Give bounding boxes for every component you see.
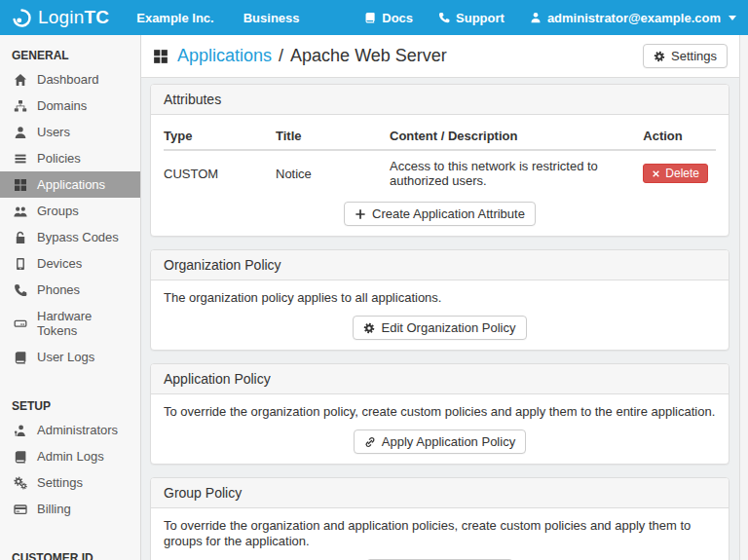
attributes-panel: Attributes TypeTitleContent / Descriptio…: [150, 84, 729, 237]
unlock-icon: [13, 231, 28, 244]
cell-title: Notice: [276, 150, 390, 194]
sidebar-item-label: Policies: [37, 151, 81, 166]
logintc-admin-app: LoginTC Example Inc.Business DocsSupport…: [0, 0, 748, 560]
apply-application-policy-button[interactable]: Apply Application Policy: [354, 429, 526, 454]
grid-icon: [13, 178, 28, 192]
application-policy-panel: Application Policy To override the organ…: [150, 363, 729, 465]
list-icon: [13, 152, 28, 166]
sidebar-item-hardware-tokens[interactable]: Hardware Tokens: [0, 303, 140, 344]
caret-down-icon: [729, 16, 736, 20]
sidebar-item-phones[interactable]: Phones: [0, 277, 140, 303]
attributes-panel-title: Attributes: [151, 85, 729, 115]
sidebar-item-policies[interactable]: Policies: [0, 145, 140, 171]
breadcrumb-separator: /: [279, 46, 283, 66]
application-policy-description: To override the organization policy, cre…: [164, 404, 716, 420]
organization-policy-title: Organization Policy: [151, 250, 729, 280]
group-policy-title: Group Policy: [151, 478, 729, 508]
page-header: Applications / Apache Web Server Setting…: [141, 35, 739, 78]
sidebar-item-label: Groups: [37, 204, 79, 218]
settings-button[interactable]: Settings: [643, 44, 728, 68]
cell-type: CUSTOM: [164, 150, 276, 194]
book-icon: [13, 351, 28, 364]
link-icon: [364, 436, 376, 448]
table-row: CUSTOMNoticeAccess to this network is re…: [164, 150, 716, 194]
group-policy-panel: Group Policy To override the organizatio…: [150, 477, 729, 560]
layout: GENERALDashboardDomainsUsersPoliciesAppl…: [0, 35, 748, 560]
sidebar-item-devices[interactable]: Devices: [0, 250, 140, 277]
organization-policy-panel: Organization Policy The organization pol…: [150, 249, 729, 351]
home-icon: [13, 73, 28, 87]
sidebar-item-settings[interactable]: Settings: [0, 469, 140, 496]
attributes-table-header-row: TypeTitleContent / DescriptionAction: [164, 125, 716, 150]
sidebar-item-applications[interactable]: Applications: [0, 171, 140, 198]
sidebar: GENERALDashboardDomainsUsersPoliciesAppl…: [0, 35, 141, 560]
breadcrumb-applications-link[interactable]: Applications: [177, 46, 272, 66]
column-header-action: Action: [643, 125, 716, 150]
x-icon: [652, 169, 660, 178]
navbar-link-docs[interactable]: Docs: [364, 11, 413, 25]
sidebar-item-label: Dashboard: [37, 72, 99, 87]
create-application-attribute-button[interactable]: Create Application Attribute: [344, 202, 536, 226]
sidebar-item-label: Settings: [37, 475, 83, 490]
sidebar-item-users[interactable]: Users: [0, 119, 140, 145]
sidebar-item-groups[interactable]: Groups: [0, 198, 140, 224]
spiral-logo-icon: [12, 8, 32, 28]
attributes-table-body: CUSTOMNoticeAccess to this network is re…: [164, 150, 716, 194]
navbar-link-example-inc[interactable]: Example Inc.: [136, 11, 213, 25]
organization-policy-description: The organization policy applies to all a…: [164, 290, 716, 306]
navbar-link-support[interactable]: Support: [438, 11, 505, 25]
sidebar-item-billing[interactable]: Billing: [0, 496, 140, 522]
navbar-org-links: Example Inc.Business: [136, 9, 328, 26]
sidebar-item-label: Applications: [37, 177, 105, 192]
credit-card-icon: [13, 503, 28, 516]
navbar-right-links: DocsSupportadministrator@example.com: [339, 11, 736, 25]
cell-content: Access to this network is restricted to …: [390, 150, 643, 194]
sidebar-item-domains[interactable]: Domains: [0, 93, 140, 119]
applications-grid-icon: [153, 49, 168, 64]
gear-icon: [654, 51, 665, 62]
top-navbar: LoginTC Example Inc.Business DocsSupport…: [0, 0, 748, 35]
sidebar-item-bypass-codes[interactable]: Bypass Codes: [0, 224, 140, 250]
application-policy-title: Application Policy: [151, 364, 729, 394]
sidebar-item-administrators[interactable]: Administrators: [0, 417, 140, 443]
sidebar-section-customer-id: CUSTOMER ID: [0, 541, 140, 560]
scrollbar-track[interactable]: [739, 35, 748, 560]
sidebar-section-general: GENERAL: [0, 39, 140, 66]
delete-attribute-button[interactable]: Delete: [643, 164, 708, 183]
hdd-icon: [13, 317, 28, 330]
navbar-link-business[interactable]: Business: [243, 11, 300, 25]
page-title: Apache Web Server: [290, 46, 447, 66]
attributes-table: TypeTitleContent / DescriptionAction CUS…: [164, 125, 716, 194]
sidebar-item-label: Devices: [37, 256, 82, 271]
plus-icon: [355, 208, 366, 220]
sidebar-section-setup: SETUP: [0, 390, 140, 417]
gear-icon: [363, 322, 375, 334]
sidebar-item-label: Domains: [37, 98, 87, 113]
users-icon: [13, 205, 28, 218]
book-icon: [364, 12, 376, 23]
user-icon: [13, 126, 28, 139]
mobile-icon: [13, 257, 28, 271]
edit-organization-policy-button[interactable]: Edit Organization Policy: [353, 316, 526, 340]
sidebar-item-label: Administrators: [37, 423, 118, 437]
sidebar-item-user-logs[interactable]: User Logs: [0, 344, 140, 370]
sidebar-item-label: User Logs: [37, 350, 94, 364]
main-area: Applications / Apache Web Server Setting…: [141, 35, 739, 560]
admin-user-icon: [13, 424, 28, 437]
group-policy-description: To override the organization and applica…: [164, 518, 716, 549]
sidebar-item-label: Admin Logs: [37, 449, 104, 464]
sidebar-item-dashboard[interactable]: Dashboard: [0, 66, 140, 93]
book-icon: [13, 450, 28, 464]
phone-icon: [438, 12, 450, 23]
sidebar-item-admin-logs[interactable]: Admin Logs: [0, 443, 140, 469]
column-header-content-description: Content / Description: [390, 125, 643, 150]
sidebar-item-label: Billing: [37, 502, 71, 516]
cogs-icon: [13, 476, 28, 490]
phone-icon: [13, 283, 28, 297]
user-icon: [530, 12, 542, 23]
sidebar-item-label: Bypass Codes: [37, 230, 119, 244]
sitemap-icon: [13, 99, 28, 113]
navbar-link-administrator-example-com[interactable]: administrator@example.com: [530, 11, 736, 25]
sidebar-item-label: Users: [37, 125, 70, 139]
logintc-logo[interactable]: LoginTC: [12, 7, 109, 28]
